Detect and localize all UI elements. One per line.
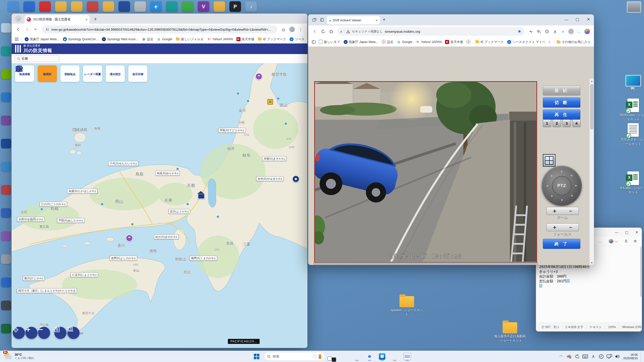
map-search-input[interactable]: 近畿 xyxy=(15,55,59,62)
desktop-folder[interactable]: syasinn - ショートカット xyxy=(390,296,423,317)
desktop-icon[interactable] xyxy=(1,139,11,148)
other-favorites[interactable]: その他のお気に入り xyxy=(557,40,590,44)
map-marker-navy[interactable]: ◆ xyxy=(292,175,300,183)
bookmark-item[interactable]: ⚙設定 xyxy=(142,37,153,41)
desktop-icon[interactable] xyxy=(39,1,51,12)
bookmark-item[interactable]: GGoogle xyxy=(397,40,412,44)
notepad-scrollbar[interactable] xyxy=(640,247,641,297)
chrome-button[interactable] xyxy=(365,352,375,361)
taskbar-search-box[interactable]: 検索 xyxy=(264,352,324,360)
desktop-icon[interactable] xyxy=(1,23,11,33)
bookmark-item[interactable]: GGoogle xyxy=(157,37,172,41)
notepad-button[interactable] xyxy=(402,352,412,361)
desktop-icon[interactable] xyxy=(1,93,11,102)
river-chip[interactable]: 矢作川(やはぎがわ) xyxy=(256,176,284,181)
show-desktop-button[interactable] xyxy=(641,351,642,362)
bookmark-item[interactable]: 新しいタブ xyxy=(319,40,340,44)
channel-3-button[interactable]: 3 xyxy=(562,119,571,127)
desktop-icon[interactable] xyxy=(23,1,35,12)
new-tab-button[interactable]: + xyxy=(383,17,386,23)
desktop-icon[interactable] xyxy=(1,208,11,218)
desktop-icon[interactable]: e xyxy=(150,1,162,12)
bookmark-item[interactable]: ●気象庁 Japan Mete... xyxy=(25,37,59,41)
channel-4-button[interactable]: 4 xyxy=(572,119,581,127)
stop-loading-button[interactable]: × xyxy=(32,26,39,33)
profile-avatar[interactable] xyxy=(567,28,575,35)
river-chip[interactable]: 四万十川（渡川）(しまんとがわ(わたりがわ)) xyxy=(17,288,77,293)
desktop-icon[interactable] xyxy=(87,1,98,12)
map-marker-dot[interactable] xyxy=(285,122,287,125)
desktop-icon[interactable]: P xyxy=(229,1,241,12)
river-chip[interactable]: 淀川(よどがわ) xyxy=(169,209,190,214)
downloads-icon[interactable] xyxy=(551,28,559,35)
share-button[interactable] xyxy=(67,327,79,339)
desktop-icon[interactable] xyxy=(118,1,130,12)
map-marker-purple[interactable]: ☂ xyxy=(255,73,262,80)
forward-button[interactable] xyxy=(23,26,31,33)
address-bar[interactable]: e セキュリティ保護なし sinsenyasai.nsddns.org xyxy=(337,27,525,36)
desktop-icon-excel[interactable]: ✓2025+.xlsx - ショートカット xyxy=(619,99,644,122)
desktop-icon[interactable] xyxy=(55,1,67,12)
desktop-icon[interactable] xyxy=(103,1,114,12)
desktop-icon[interactable] xyxy=(214,1,225,12)
back-button[interactable] xyxy=(15,26,22,33)
map-marker-dot[interactable] xyxy=(277,97,280,100)
map-button-gearbig[interactable]: 表示切替 xyxy=(128,65,147,82)
bookmark-item[interactable]: ◎Synology Web Assis... xyxy=(102,37,138,41)
map-button-waves[interactable]: 浸水想定 xyxy=(106,65,125,82)
tab-search-button[interactable] xyxy=(15,16,22,22)
onedrive-error-icon[interactable] xyxy=(565,353,573,360)
bookmark-item[interactable]: R楽天市場 xyxy=(445,40,463,44)
focus-in[interactable]: ＋ xyxy=(547,223,563,231)
bookmark-item[interactable]: ●気象庁 Japan Mete... xyxy=(344,40,378,44)
legend-button[interactable] xyxy=(54,327,66,339)
tab-river-site[interactable]: 川の防災情報 - 国土交通省 × xyxy=(25,15,90,24)
chevron-down-icon[interactable] xyxy=(613,238,620,244)
tray-chevron-icon[interactable] xyxy=(557,353,565,360)
zoom-in-button[interactable] xyxy=(25,327,37,339)
ptz-wheel[interactable]: PTZ ▲ ▲ ▲ ▲ ▲ ▲ ▲ ▲ xyxy=(542,166,582,206)
map-canvas[interactable]: 発表情報観測所登録地点レーダー雨量浸水想定表示切替 千代川(せんだいがわ)由良川… xyxy=(12,63,307,348)
profile-avatar[interactable] xyxy=(288,26,296,33)
river-chip[interactable]: 木曽川(きそがわ) xyxy=(262,156,287,161)
browser-essentials-icon[interactable] xyxy=(527,28,535,35)
desktop-icon[interactable]: ♪ xyxy=(245,1,257,12)
clock-app-icon[interactable] xyxy=(597,353,605,360)
task-view-button[interactable] xyxy=(327,352,337,361)
chrome-menu-icon[interactable]: ⋮ xyxy=(297,26,304,33)
desktop-icon[interactable] xyxy=(8,1,19,12)
desktop-icon[interactable] xyxy=(71,1,83,12)
close-button[interactable]: ✕ xyxy=(583,14,594,24)
favorite-star-icon[interactable] xyxy=(517,29,521,33)
desktop-folder[interactable]: 無人販売不正行為動画 - ショートカット xyxy=(494,322,526,343)
page-scrollbar[interactable]: ▲ ▼ xyxy=(589,79,594,265)
bookmark-item[interactable]: Y!Yahoo! JAPAN xyxy=(416,40,442,44)
desktop-icon[interactable] xyxy=(1,278,11,287)
river-chip[interactable]: 高梁川(たかはしがわ) xyxy=(67,189,97,194)
locate-button[interactable] xyxy=(13,327,25,339)
bookmark-item[interactable]: Y!Yahoo! JAPAN xyxy=(207,37,233,41)
desktop-icon[interactable] xyxy=(182,1,193,12)
refresh-button[interactable] xyxy=(319,28,327,35)
sidebar-icon[interactable] xyxy=(312,40,316,44)
focus-out[interactable]: － xyxy=(563,223,579,231)
bookmark-item[interactable]: IE ブックマーク xyxy=(475,40,504,44)
map-button-pin[interactable]: 登録地点 xyxy=(60,65,79,82)
desktop-icon[interactable] xyxy=(1,69,11,79)
ime-pad-icon[interactable] xyxy=(581,353,589,360)
map-marker-dot[interactable] xyxy=(217,215,219,218)
maximize-button[interactable]: ▢ xyxy=(622,228,632,237)
map-marker-dot[interactable] xyxy=(247,100,250,103)
desktop-icon[interactable]: V xyxy=(198,1,209,12)
desktop-icon-pc[interactable]: PC xyxy=(619,75,644,91)
end-button[interactable]: 終 了 xyxy=(543,239,580,249)
river-chip[interactable]: 千代川(せんだいがわ) xyxy=(108,161,138,166)
bookmark-item[interactable]: ◍Synology QuickCon... xyxy=(63,37,98,41)
map-marker-dot[interactable] xyxy=(41,208,43,211)
desktop-icon[interactable] xyxy=(166,1,178,12)
river-chip[interactable]: 熊野川(くまのがわ) xyxy=(190,256,217,261)
map-marker-dot[interactable] xyxy=(101,203,104,206)
more-menu-icon[interactable]: … xyxy=(597,238,604,244)
account-icon[interactable] xyxy=(623,238,630,244)
river-chip[interactable]: 吉野川(よしのがわ) xyxy=(110,256,137,261)
